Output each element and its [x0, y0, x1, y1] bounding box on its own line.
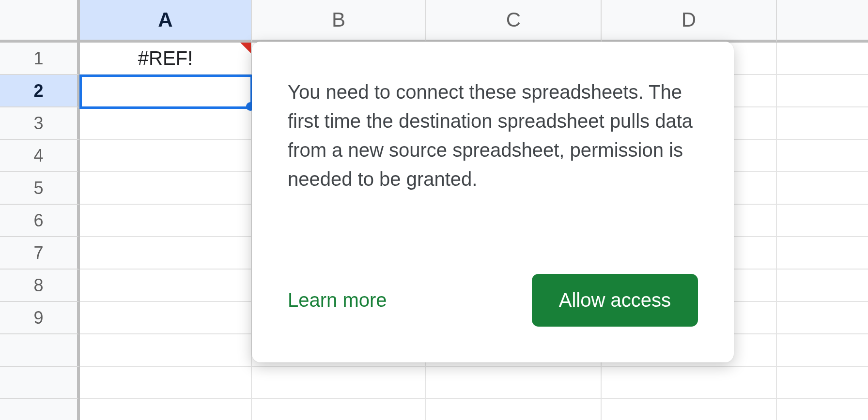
column-header-e[interactable] [777, 0, 868, 43]
cell-b11[interactable] [252, 367, 426, 399]
cell-a4[interactable] [80, 140, 252, 172]
cell-a10[interactable] [80, 334, 252, 367]
cell-a3[interactable] [80, 107, 252, 140]
cell-a12[interactable] [80, 399, 252, 420]
row-header-10[interactable] [0, 334, 80, 367]
cell-a1[interactable]: #REF! [80, 43, 252, 75]
cell-a8[interactable] [80, 270, 252, 302]
row-header-3[interactable]: 3 [0, 107, 80, 140]
cell-a5[interactable] [80, 172, 252, 205]
row-header-8[interactable]: 8 [0, 270, 80, 302]
row-header-6[interactable]: 6 [0, 205, 80, 237]
column-header-d[interactable]: D [602, 0, 777, 43]
row-header-7[interactable]: 7 [0, 237, 80, 270]
row-header-4[interactable]: 4 [0, 140, 80, 172]
cell-e10[interactable] [777, 334, 868, 367]
spreadsheet-grid: A B C D 1 2 3 4 5 6 7 8 9 #REF! [0, 0, 868, 420]
cell-d12[interactable] [602, 399, 777, 420]
cell-a6[interactable] [80, 205, 252, 237]
cell-a2[interactable] [80, 75, 252, 107]
permission-popover: You need to connect these spreadsheets. … [252, 42, 734, 362]
cell-d11[interactable] [602, 367, 777, 399]
cell-e11[interactable] [777, 367, 868, 399]
row-headers: 1 2 3 4 5 6 7 8 9 [0, 43, 80, 420]
cell-a7[interactable] [80, 237, 252, 270]
cell-e7[interactable] [777, 237, 868, 270]
row-header-12[interactable] [0, 399, 80, 420]
cell-a11[interactable] [80, 367, 252, 399]
allow-access-button[interactable]: Allow access [532, 274, 698, 327]
cell-e3[interactable] [777, 107, 868, 140]
column-header-a[interactable]: A [80, 0, 252, 43]
cell-e9[interactable] [777, 302, 868, 334]
cell-b12[interactable] [252, 399, 426, 420]
popover-message: You need to connect these spreadsheets. … [288, 77, 698, 194]
cell-a9[interactable] [80, 302, 252, 334]
popover-actions: Learn more Allow access [288, 274, 698, 327]
learn-more-link[interactable]: Learn more [288, 289, 387, 311]
row-header-9[interactable]: 9 [0, 302, 80, 334]
table-row [80, 367, 868, 399]
cell-e6[interactable] [777, 205, 868, 237]
cell-e4[interactable] [777, 140, 868, 172]
select-all-corner[interactable] [0, 0, 80, 43]
column-header-c[interactable]: C [426, 0, 602, 43]
column-header-b[interactable]: B [252, 0, 426, 43]
column-headers: A B C D [80, 0, 868, 43]
row-header-11[interactable] [0, 367, 80, 399]
row-header-1[interactable]: 1 [0, 43, 80, 75]
cell-e5[interactable] [777, 172, 868, 205]
row-header-5[interactable]: 5 [0, 172, 80, 205]
cell-e1[interactable] [777, 43, 868, 75]
cell-e2[interactable] [777, 75, 868, 107]
table-row [80, 399, 868, 420]
row-header-2[interactable]: 2 [0, 75, 80, 107]
cell-c11[interactable] [426, 367, 602, 399]
cell-e12[interactable] [777, 399, 868, 420]
cell-e8[interactable] [777, 270, 868, 302]
cell-c12[interactable] [426, 399, 602, 420]
